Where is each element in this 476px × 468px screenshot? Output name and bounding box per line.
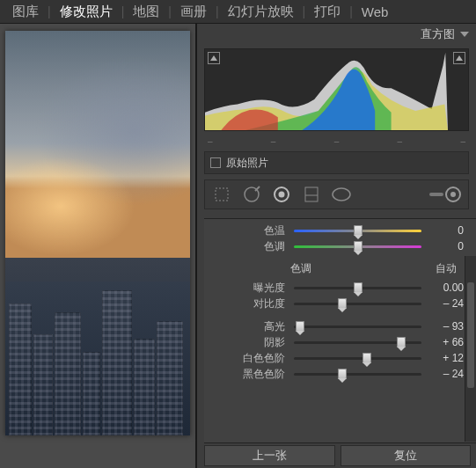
tab-library[interactable]: 图库	[4, 4, 48, 20]
histogram-title: 直方图	[421, 26, 455, 42]
slider-contrast[interactable]: 对比度 – 24	[204, 296, 476, 311]
radial-filter-icon[interactable]	[328, 183, 355, 206]
histogram-ticks: – – – – –	[208, 136, 465, 146]
clipping-highlights-icon[interactable]	[453, 52, 465, 64]
svg-rect-4	[305, 187, 318, 201]
tab-print[interactable]: 打印	[305, 4, 349, 20]
auto-tone-button[interactable]: 自动	[436, 261, 457, 276]
preview-sky	[5, 31, 190, 282]
histogram-graph	[205, 49, 448, 130]
bottom-buttons: 上一张 复位	[197, 443, 476, 468]
slider-blacks[interactable]: 黑色色阶 – 24	[204, 366, 476, 382]
tab-map[interactable]: 地图	[124, 4, 168, 20]
original-photo-label: 原始照片	[226, 156, 268, 171]
histogram-header[interactable]: 直方图	[197, 24, 476, 45]
slider-whites[interactable]: 白色色阶 + 12	[204, 350, 476, 366]
slider-shadows[interactable]: 阴影 + 66	[204, 334, 476, 350]
chevron-down-icon	[460, 32, 469, 37]
original-photo-row[interactable]: 原始照片	[204, 151, 469, 174]
tab-book[interactable]: 画册	[172, 4, 216, 20]
tone-section-label: 色调	[290, 261, 311, 276]
module-tabs: 图库 | 修改照片 | 地图 | 画册 | 幻灯片放映 | 打印 | Web	[0, 0, 476, 24]
photo-preview[interactable]	[5, 31, 190, 435]
slider-highlights[interactable]: 高光 – 93	[204, 318, 476, 334]
previous-button[interactable]: 上一张	[204, 445, 335, 466]
scrollbar-thumb[interactable]	[467, 282, 474, 388]
crop-tool-icon[interactable]	[209, 183, 235, 206]
preview-column	[0, 24, 197, 468]
tool-strip	[204, 179, 469, 209]
svg-point-8	[450, 192, 456, 197]
tab-slideshow[interactable]: 幻灯片放映	[219, 4, 303, 20]
svg-point-3	[279, 192, 285, 198]
svg-rect-9	[429, 193, 443, 196]
spot-removal-icon[interactable]	[238, 183, 265, 206]
slider-tint[interactable]: 色调 0	[204, 238, 476, 254]
panel-scrollbar[interactable]	[465, 256, 476, 442]
tone-section-header: 色调 自动	[204, 254, 476, 280]
original-photo-checkbox[interactable]	[210, 157, 221, 168]
main-area: 直方图 – – – – –	[0, 24, 476, 468]
slider-temperature[interactable]: 色温 0	[204, 223, 476, 238]
preview-city	[5, 258, 190, 435]
svg-point-6	[333, 188, 350, 201]
redeye-tool-icon[interactable]	[268, 183, 295, 206]
basic-panel: 色温 0 色调 0 色调 自动 曝光度 0.00	[204, 218, 476, 443]
histogram[interactable]	[204, 48, 469, 131]
right-panel: 直方图 – – – – –	[197, 24, 476, 468]
slider-exposure[interactable]: 曝光度 0.00	[204, 280, 476, 296]
svg-rect-0	[216, 188, 228, 201]
adjustment-brush-icon[interactable]	[428, 183, 465, 206]
graduated-filter-icon[interactable]	[298, 183, 325, 206]
tab-web[interactable]: Web	[353, 4, 398, 19]
lightroom-develop-module: 图库 | 修改照片 | 地图 | 画册 | 幻灯片放映 | 打印 | Web	[0, 0, 476, 468]
reset-button[interactable]: 复位	[341, 445, 472, 466]
tab-develop[interactable]: 修改照片	[51, 4, 121, 20]
